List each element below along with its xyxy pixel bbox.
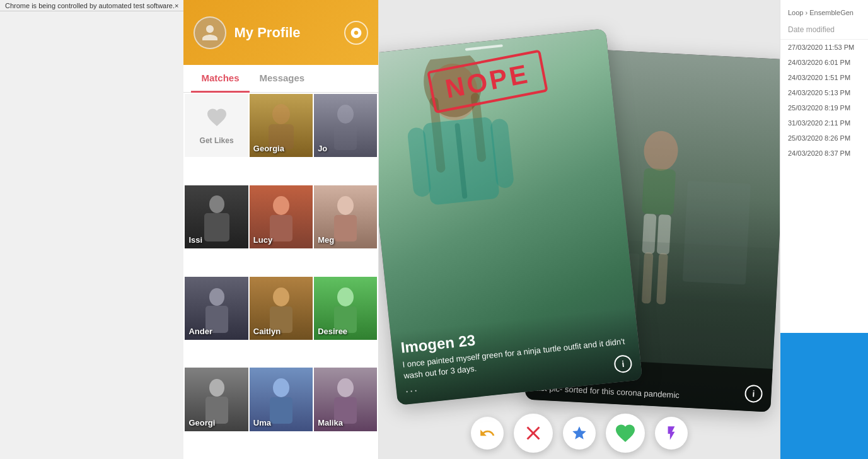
- match-label-issi: Issi: [188, 235, 202, 245]
- svg-point-10: [209, 288, 224, 306]
- match-cell-caitlyn[interactable]: Caitlyn: [250, 277, 313, 340]
- match-cell-uma[interactable]: Uma: [250, 368, 313, 431]
- nope-button[interactable]: [514, 414, 553, 453]
- file-entry-4[interactable]: 25/03/2020 8:19 PM: [780, 100, 868, 115]
- svg-point-6: [273, 196, 289, 215]
- date-modified-header: Date modified: [780, 20, 868, 40]
- star-button[interactable]: [563, 417, 596, 450]
- file-entry-5[interactable]: 31/03/2020 2:11 PM: [780, 115, 868, 131]
- match-label-jo: Jo: [318, 144, 327, 153]
- match-cell-issi[interactable]: Issi: [185, 185, 248, 248]
- settings-button[interactable]: [344, 21, 368, 45]
- svg-point-0: [272, 104, 290, 124]
- heart-like-icon: [614, 422, 637, 444]
- automation-text: Chrome is being controlled by automated …: [5, 2, 175, 9]
- svg-point-2: [337, 105, 354, 124]
- match-cell-lucy[interactable]: Lucy: [250, 185, 313, 248]
- profile-left: My Profile: [194, 16, 300, 49]
- get-likes-cell[interactable]: Get Likes: [185, 94, 248, 157]
- svg-point-14: [337, 288, 354, 306]
- match-cell-georgia[interactable]: Georgia: [250, 94, 313, 157]
- avatar[interactable]: [194, 16, 226, 49]
- tabs-bar: Matches Messages: [183, 65, 378, 93]
- match-label-desiree: Desiree: [318, 327, 347, 336]
- svg-rect-19: [270, 397, 292, 424]
- boost-icon: [663, 425, 680, 441]
- close-icon[interactable]: ×: [175, 2, 178, 9]
- star-icon: [571, 425, 587, 441]
- file-entry-0[interactable]: 27/03/2020 11:53 PM: [780, 40, 868, 55]
- svg-rect-9: [334, 215, 357, 241]
- front-card-dots: ...: [405, 381, 419, 395]
- match-cell-meg[interactable]: Meg: [314, 185, 377, 248]
- breadcrumb: Loop › EnsembleGen: [780, 5, 868, 20]
- card-front[interactable]: NOPE: [379, 28, 642, 405]
- sidebar: My Profile Matches Messages Get: [183, 0, 379, 459]
- match-label-caitlyn: Caitlyn: [253, 327, 281, 336]
- action-buttons: [471, 414, 688, 453]
- match-label-meg: Meg: [318, 235, 334, 245]
- undo-icon: [479, 425, 495, 441]
- file-entry-3[interactable]: 24/03/2020 5:13 PM: [780, 85, 868, 100]
- settings-icon: [350, 26, 362, 39]
- tab-matches[interactable]: Matches: [191, 65, 249, 93]
- heart-icon: [205, 106, 228, 131]
- like-button[interactable]: [606, 414, 645, 453]
- get-likes-label: Get Likes: [200, 136, 234, 145]
- match-cell-desiree[interactable]: Desiree: [314, 277, 377, 340]
- svg-point-16: [209, 379, 224, 397]
- svg-point-18: [273, 378, 289, 397]
- match-label-malika: Malika: [318, 418, 343, 427]
- svg-point-4: [209, 195, 224, 213]
- svg-point-8: [337, 196, 354, 215]
- card-progress-bar: [465, 44, 503, 50]
- file-list: 27/03/2020 11:53 PM24/03/2020 6:01 PM24/…: [780, 40, 868, 161]
- match-label-georgi: Georgi: [188, 418, 215, 427]
- svg-rect-5: [204, 213, 229, 241]
- profile-name: My Profile: [234, 25, 300, 41]
- match-label-georgia: Georgia: [253, 144, 284, 153]
- file-entry-1[interactable]: 24/03/2020 6:01 PM: [780, 55, 868, 70]
- match-label-uma: Uma: [253, 418, 271, 427]
- nope-icon: [522, 422, 545, 444]
- undo-button[interactable]: [471, 417, 504, 450]
- match-cell-ander[interactable]: Ander: [185, 277, 248, 340]
- tab-messages[interactable]: Messages: [250, 65, 315, 93]
- match-cell-jo[interactable]: Jo: [314, 94, 377, 157]
- svg-rect-7: [270, 215, 292, 241]
- match-cell-georgi[interactable]: Georgi: [185, 368, 248, 431]
- match-label-lucy: Lucy: [253, 235, 272, 245]
- svg-rect-3: [334, 124, 357, 150]
- file-entry-2[interactable]: 24/03/2020 1:51 PM: [780, 70, 868, 85]
- user-icon: [200, 23, 219, 42]
- svg-point-12: [273, 288, 289, 306]
- svg-point-20: [337, 378, 354, 397]
- matches-grid: Get Likes Georgia: [183, 93, 378, 459]
- match-label-ander: Ander: [188, 327, 212, 336]
- file-entry-6[interactable]: 25/03/2020 8:26 PM: [780, 131, 868, 146]
- profile-header: My Profile: [183, 0, 378, 65]
- main-swipe-area: · 21 last pic- sorted for this corona pa…: [379, 0, 780, 459]
- match-cell-malika[interactable]: Malika: [314, 368, 377, 431]
- boost-button[interactable]: [655, 417, 688, 450]
- svg-rect-30: [683, 180, 751, 284]
- cards-container: · 21 last pic- sorted for this corona pa…: [379, 34, 780, 425]
- right-panel: Loop › EnsembleGen Date modified 27/03/2…: [780, 0, 868, 459]
- blue-section: [780, 333, 868, 459]
- file-entry-7[interactable]: 24/03/2020 8:37 PM: [780, 146, 868, 161]
